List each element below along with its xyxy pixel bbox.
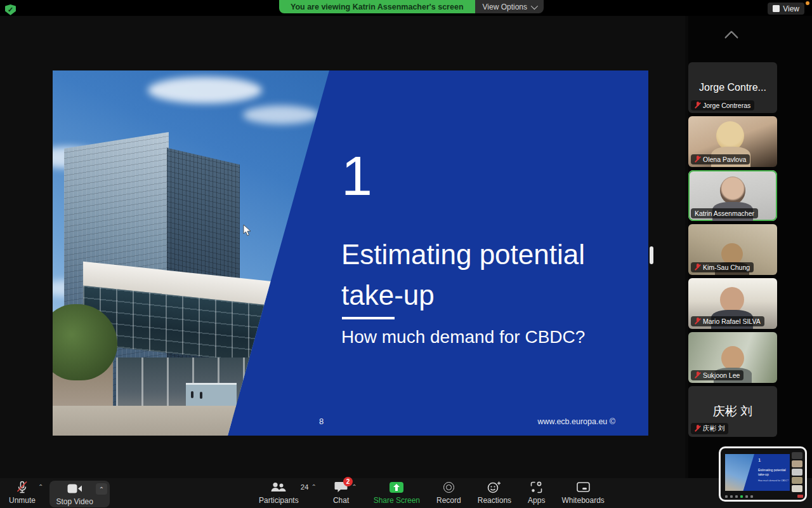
own-screen-preview-thumbnail[interactable]: 1 Estimating potential take-up How much … [719, 446, 807, 502]
participant-name: Katrin Assenmacher [695, 210, 754, 217]
preview-mini-slide: 1 Estimating potential take-up How much … [725, 454, 790, 491]
slide-section-number: 1 [341, 148, 372, 204]
audio-options-chevron[interactable]: ⌃ [38, 483, 43, 490]
video-tile-katrin-assenmacher-active-speaker[interactable]: Katrin Assenmacher [688, 170, 777, 221]
chat-button[interactable]: 2 Chat [333, 481, 349, 505]
slide-footer-url: www.ecb.europa.eu © [538, 417, 615, 426]
meeting-security-shield-icon[interactable]: ✓ [5, 4, 16, 15]
chat-chevron[interactable]: ⌃ [351, 483, 357, 490]
presentation-slide: 1 Estimating potential take-up How much … [53, 70, 648, 436]
participant-nametag: Sukjoon Lee [691, 370, 743, 380]
pedestrian [200, 392, 202, 399]
preview-toolbar [725, 495, 795, 498]
unmute-label: Unmute [9, 496, 36, 505]
participant-name: Jorge Contreras [703, 102, 750, 109]
viewing-screen-banner-text: You are viewing Katrin Assenmacher's scr… [279, 0, 475, 13]
apps-button[interactable]: Apps [528, 481, 545, 505]
ecb-plaza [53, 406, 383, 436]
view-options-button[interactable]: View Options [475, 0, 544, 13]
pedestrian [191, 391, 193, 398]
video-camera-icon [67, 482, 82, 495]
apps-icon [530, 481, 542, 493]
video-tile-qingbin-liu[interactable]: 庆彬 刘 庆彬 刘 [688, 386, 777, 437]
toolbar-center-controls: Participants 24 ⌃ 2 Chat ⌃ [259, 481, 605, 505]
participant-nametag: Katrin Assenmacher [691, 208, 758, 218]
participants-control: Participants 24 ⌃ [259, 481, 317, 505]
video-tile-kim-sau-chung[interactable]: Kim-Sau Chung [688, 224, 777, 275]
slide-title-line1: Estimating potential [341, 234, 585, 275]
participants-video-panel: Jorge Contre... Jorge Contreras Olena Pa… [688, 16, 812, 478]
stop-video-button[interactable]: Stop Video [56, 482, 93, 506]
stop-video-control: Stop Video ⌃ [49, 481, 110, 507]
preview-participant-strip [792, 452, 802, 493]
slide-title: Estimating potential take-up [341, 234, 585, 316]
view-button-label: View [783, 4, 799, 13]
participants-label: Participants [259, 496, 299, 505]
preview-title-line2: take-up [758, 472, 769, 476]
cloud-shape [148, 77, 262, 104]
participants-chevron[interactable]: ⌃ [311, 483, 317, 490]
participant-name: Sukjoon Lee [703, 371, 740, 379]
muted-mic-icon [695, 318, 700, 325]
slide-subtitle: How much demand for CBDC? [341, 327, 585, 347]
ecb-entrance [186, 383, 237, 407]
muted-mic-icon [695, 371, 700, 379]
view-layout-button[interactable]: View [768, 3, 804, 15]
apps-label: Apps [528, 496, 545, 505]
share-screen-button[interactable]: Share Screen [374, 481, 420, 505]
preview-subtitle: How much demand for CBDC? [758, 479, 789, 482]
participants-button[interactable]: Participants [259, 481, 299, 505]
chat-label: Chat [333, 496, 349, 505]
reactions-control: Reactions [478, 481, 511, 505]
muted-mic-icon [695, 425, 700, 432]
chat-control: 2 Chat ⌃ [333, 481, 357, 505]
panel-resize-handle[interactable] [650, 246, 653, 264]
slide-title-line2: take-up [341, 275, 585, 316]
video-tile-sukjoon-lee[interactable]: Sukjoon Lee [688, 332, 777, 383]
top-bar: ✓ You are viewing Katrin Assenmacher's s… [0, 0, 812, 16]
record-label: Record [436, 496, 461, 505]
figure-head [721, 243, 743, 265]
chevron-up-icon [724, 30, 739, 45]
participant-nametag: 庆彬 刘 [691, 423, 728, 434]
record-control: Record [436, 481, 461, 505]
video-tile-jorge-contreras[interactable]: Jorge Contre... Jorge Contreras [688, 62, 777, 113]
reactions-button[interactable]: Reactions [478, 481, 511, 505]
muted-mic-icon [695, 264, 700, 271]
stop-video-label: Stop Video [56, 497, 93, 506]
whiteboards-label: Whiteboards [561, 496, 604, 505]
camera-in-use-indicator [806, 1, 809, 5]
video-tile-mario-rafael-silva[interactable]: Mario Rafael SILVA [688, 278, 777, 329]
chat-bubble-icon: 2 [334, 481, 348, 493]
figure-head [721, 346, 744, 370]
participant-name: Kim-Sau Chung [703, 264, 750, 271]
video-tile-olena-pavlova[interactable]: Olena Pavlova [688, 116, 777, 167]
participant-name: Olena Pavlova [703, 156, 746, 163]
reactions-label: Reactions [478, 496, 511, 505]
record-button[interactable]: Record [436, 481, 461, 505]
unmute-button[interactable]: Unmute [9, 481, 36, 505]
participants-count: 24 [301, 483, 309, 491]
whiteboards-button[interactable]: Whiteboards [561, 481, 604, 505]
video-options-chevron[interactable]: ⌃ [96, 483, 107, 495]
preview-title-line1: Estimating potential [758, 468, 786, 472]
slide-photo-ecb-building [53, 70, 383, 436]
participant-nametag: Olena Pavlova [691, 154, 750, 164]
preview-mini-photo [725, 454, 754, 491]
chevron-down-icon [531, 2, 538, 9]
participant-nametag: Mario Rafael SILVA [691, 316, 764, 326]
muted-microphone-icon [16, 481, 29, 493]
slide-title-underline [342, 317, 395, 319]
muted-mic-icon [695, 102, 700, 109]
view-options-label: View Options [483, 3, 527, 11]
shared-screen-stage: 1 Estimating potential take-up How much … [0, 16, 685, 478]
video-tiles-list: Jorge Contre... Jorge Contreras Olena Pa… [688, 62, 777, 437]
meeting-toolbar: Unmute ⌃ Stop Video ⌃ [0, 478, 812, 508]
participant-name: 庆彬 刘 [703, 424, 724, 433]
participant-name: Mario Rafael SILVA [703, 318, 761, 325]
participant-nametag: Kim-Sau Chung [691, 262, 754, 272]
screen-share-banner: You are viewing Katrin Assenmacher's scr… [279, 0, 544, 13]
gallery-grid-icon [773, 5, 780, 12]
participant-nametag: Jorge Contreras [691, 100, 754, 110]
collapse-panel-button[interactable] [720, 30, 748, 43]
